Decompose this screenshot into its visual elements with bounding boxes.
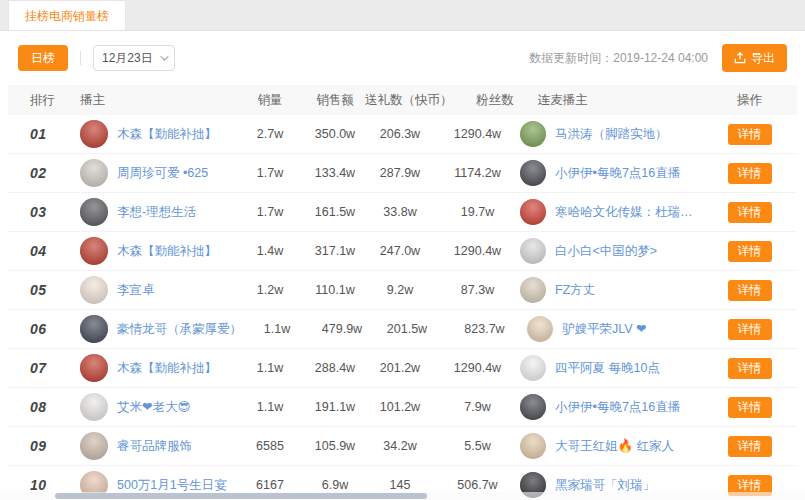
rank-cell: 10 xyxy=(8,477,80,493)
co-host-cell: 小伊伊•每晚7点16直播 xyxy=(520,394,702,420)
export-icon xyxy=(734,52,746,64)
broadcaster-avatar[interactable] xyxy=(80,120,108,148)
sales-cell: 1.1w xyxy=(235,400,305,414)
toolbar-divider xyxy=(80,51,81,65)
co-host-name-link[interactable]: 四平阿夏 每晚10点 xyxy=(555,360,660,377)
co-host-avatar[interactable] xyxy=(520,238,546,264)
fans-cell: 5.5w xyxy=(435,439,520,453)
broadcaster-avatar[interactable] xyxy=(80,237,108,265)
table-row: 03 李想-理想生活 1.7w 161.5w 33.8w 19.7w 寒哈哈文化… xyxy=(8,193,797,232)
co-host-name-link[interactable]: 小伊伊•每晚7点16直播 xyxy=(555,165,680,182)
date-select-value: 12月23日 xyxy=(102,50,153,67)
sales-cell: 1.7w xyxy=(235,166,305,180)
fans-cell: 87.3w xyxy=(435,283,520,297)
co-host-avatar[interactable] xyxy=(520,199,546,225)
tab-bar: 挂榜电商销量榜 xyxy=(0,0,805,31)
broadcaster-avatar[interactable] xyxy=(80,432,108,460)
sales-amount-cell: 317.1w xyxy=(305,244,365,258)
co-host-avatar[interactable] xyxy=(520,355,546,381)
header-rank: 排行 xyxy=(8,92,80,109)
co-host-name-link[interactable]: 寒哈哈文化传媒：杜瑞才！ xyxy=(555,204,702,221)
broadcaster-name-link[interactable]: 李宣卓 xyxy=(117,282,155,299)
detail-button[interactable]: 详情 xyxy=(728,280,772,301)
ranking-table: 排行 播主 销量 销售额 送礼数（快币） 粉丝数 连麦播主 操作 01 木森【勤… xyxy=(8,85,797,500)
co-host-cell: 小伊伊•每晚7点16直播 xyxy=(520,160,702,186)
broadcaster-avatar[interactable] xyxy=(80,198,108,226)
tab-label: 挂榜电商销量榜 xyxy=(25,9,109,23)
co-host-avatar[interactable] xyxy=(520,160,546,186)
broadcaster-cell: 李想-理想生活 xyxy=(80,198,235,226)
table-row: 06 豪情龙哥（承蒙厚爱） 1.1w 479.9w 201.5w 823.7w … xyxy=(8,310,797,349)
action-cell: 详情 xyxy=(702,397,797,418)
header-sales-amount: 销售额 xyxy=(305,92,365,109)
co-host-name-link[interactable]: 小伊伊•每晚7点16直播 xyxy=(555,399,680,416)
broadcaster-name-link[interactable]: 木森【勤能补拙】 xyxy=(117,360,217,377)
broadcaster-name-link[interactable]: 木森【勤能补拙】 xyxy=(117,243,217,260)
sales-amount-cell: 479.9w xyxy=(312,322,372,336)
table-row: 08 艾米❤老大😎 1.1w 191.1w 101.2w 7.9w 小伊伊•每晚… xyxy=(8,388,797,427)
broadcaster-cell: 木森【勤能补拙】 xyxy=(80,354,235,382)
co-host-name-link[interactable]: 马洪涛（脚踏实地） xyxy=(555,126,668,143)
broadcaster-cell: 睿哥品牌服饰 xyxy=(80,432,235,460)
co-host-name-link[interactable]: 白小白<中国的梦> xyxy=(555,243,657,260)
co-host-avatar[interactable] xyxy=(520,433,546,459)
broadcaster-cell: 木森【勤能补拙】 xyxy=(80,237,235,265)
co-host-avatar[interactable] xyxy=(527,316,553,342)
header-fans: 粉丝数 xyxy=(453,92,538,109)
broadcaster-avatar[interactable] xyxy=(80,315,108,343)
toolbar: 日榜 12月23日 数据更新时间：2019-12-24 04:00 导出 xyxy=(18,44,787,72)
co-host-cell: 白小白<中国的梦> xyxy=(520,238,702,264)
sales-amount-cell: 191.1w xyxy=(305,400,365,414)
detail-button[interactable]: 详情 xyxy=(728,397,772,418)
horizontal-scrollbar-thumb[interactable] xyxy=(55,493,427,499)
tab-sales-ranking[interactable]: 挂榜电商销量榜 xyxy=(8,0,126,30)
co-host-name-link[interactable]: 大哥王红姐🔥 红家人 xyxy=(555,438,674,455)
horizontal-scrollbar-track[interactable] xyxy=(0,492,805,500)
gifts-cell: 206.3w xyxy=(365,127,435,141)
co-host-name-link[interactable]: FZ方丈 xyxy=(555,282,595,299)
gifts-cell: 9.2w xyxy=(365,283,435,297)
co-host-avatar[interactable] xyxy=(520,394,546,420)
sales-cell: 6167 xyxy=(235,478,305,492)
rank-cell: 03 xyxy=(8,204,80,220)
broadcaster-name-link[interactable]: 500万1月1号生日宴 xyxy=(117,477,227,494)
fans-cell: 7.9w xyxy=(435,400,520,414)
co-host-name-link[interactable]: 黑家瑞哥「刘瑞」 xyxy=(555,477,655,494)
co-host-cell: 四平阿夏 每晚10点 xyxy=(520,355,702,381)
table-body: 01 木森【勤能补拙】 2.7w 350.0w 206.3w 1290.4w 马… xyxy=(8,115,797,500)
broadcaster-cell: 周周珍可爱 •625 xyxy=(80,159,235,187)
action-cell: 详情 xyxy=(702,436,797,457)
rank-cell: 08 xyxy=(8,399,80,415)
detail-button[interactable]: 详情 xyxy=(728,358,772,379)
broadcaster-name-link[interactable]: 艾米❤老大😎 xyxy=(117,399,191,416)
broadcaster-name-link[interactable]: 睿哥品牌服饰 xyxy=(117,438,192,455)
sales-cell: 1.4w xyxy=(235,244,305,258)
date-select[interactable]: 12月23日 xyxy=(93,45,175,71)
broadcaster-name-link[interactable]: 周周珍可爱 •625 xyxy=(117,165,208,182)
detail-button[interactable]: 详情 xyxy=(728,202,772,223)
detail-button[interactable]: 详情 xyxy=(728,319,772,340)
gifts-cell: 247.0w xyxy=(365,244,435,258)
sales-amount-cell: 110.1w xyxy=(305,283,365,297)
detail-button[interactable]: 详情 xyxy=(728,124,772,145)
broadcaster-avatar[interactable] xyxy=(80,159,108,187)
detail-button[interactable]: 详情 xyxy=(728,241,772,262)
broadcaster-name-link[interactable]: 豪情龙哥（承蒙厚爱） xyxy=(117,321,242,338)
update-time: 数据更新时间：2019-12-24 04:00 xyxy=(529,50,708,67)
detail-button[interactable]: 详情 xyxy=(728,163,772,184)
broadcaster-avatar[interactable] xyxy=(80,354,108,382)
broadcaster-avatar[interactable] xyxy=(80,393,108,421)
co-host-avatar[interactable] xyxy=(520,121,546,147)
daily-rank-button[interactable]: 日榜 xyxy=(18,45,68,71)
co-host-avatar[interactable] xyxy=(520,277,546,303)
broadcaster-cell: 木森【勤能补拙】 xyxy=(80,120,235,148)
broadcaster-avatar[interactable] xyxy=(80,276,108,304)
detail-button[interactable]: 详情 xyxy=(728,436,772,457)
sales-amount-cell: 105.9w xyxy=(305,439,365,453)
co-host-name-link[interactable]: 驴嫂平荣JLV ❤ xyxy=(562,321,647,338)
fans-cell: 1290.4w xyxy=(435,361,520,375)
sales-cell: 2.7w xyxy=(235,127,305,141)
broadcaster-name-link[interactable]: 李想-理想生活 xyxy=(117,204,196,221)
broadcaster-name-link[interactable]: 木森【勤能补拙】 xyxy=(117,126,217,143)
export-button[interactable]: 导出 xyxy=(722,44,787,72)
